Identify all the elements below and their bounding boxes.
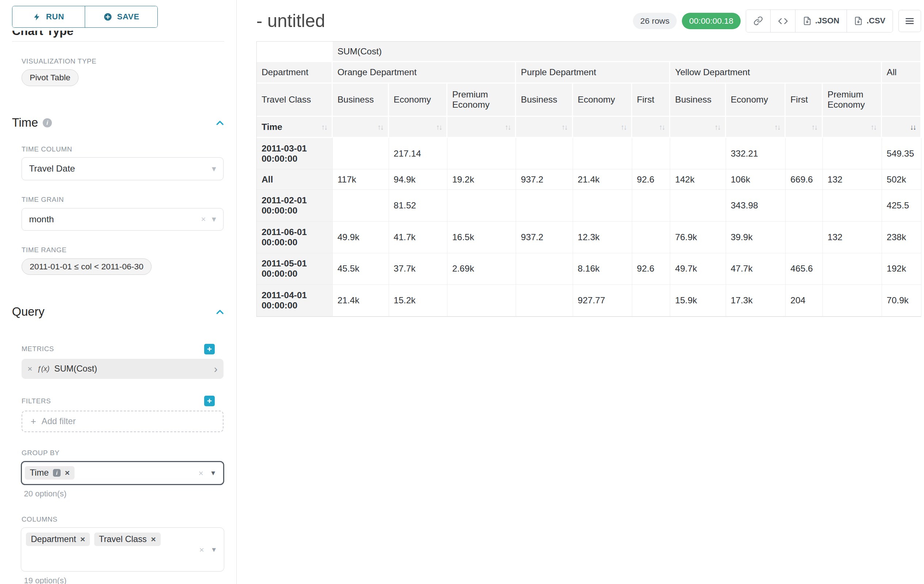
link-icon [754, 16, 763, 26]
sort-icon[interactable]: ↑↓ [436, 123, 442, 132]
columns-chip[interactable]: Department × [26, 533, 90, 546]
save-button[interactable]: SAVE [85, 6, 157, 27]
columns-chip-label: Travel Class [99, 535, 147, 544]
pivot-cell: 49.7k [670, 253, 726, 285]
copy-link-button[interactable] [746, 10, 770, 32]
group-by-chip[interactable]: Time i × [25, 466, 74, 480]
more-options-button[interactable] [898, 10, 921, 32]
time-grain-label: TIME GRAIN [21, 196, 224, 204]
pivot-cell [823, 285, 882, 316]
pivot-cell: 94.9k [389, 169, 447, 190]
row-label: 2011-06-01 00:00:00 [257, 222, 333, 253]
travel-class-header: Business [333, 84, 389, 117]
row-label: 2011-02-01 00:00:00 [257, 190, 333, 222]
run-button-label: RUN [46, 12, 64, 21]
sort-icon[interactable]: ↑↓ [811, 123, 817, 132]
sort-cell: ↑↓ [670, 117, 726, 138]
travel-class-header: First [785, 84, 822, 117]
clear-icon[interactable]: × [198, 468, 203, 478]
group-by-label: GROUP BY [21, 449, 224, 457]
time-section-header: Time i [12, 116, 224, 130]
pivot-cell: 45.5k [333, 253, 389, 285]
pivot-cell: 12.3k [573, 222, 632, 253]
sort-icon[interactable]: ↑↓ [774, 123, 780, 132]
sort-cell: ↑↓ [573, 117, 632, 138]
pivot-cell: 217.14 [389, 138, 447, 170]
embed-code-button[interactable] [770, 10, 795, 32]
row-count-badge: 26 rows [633, 13, 676, 29]
columns-select[interactable]: Department × Travel Class × × ▼ [21, 527, 224, 572]
add-metric-button[interactable]: + [204, 344, 215, 354]
visualization-type-pill[interactable]: Pivot Table [21, 69, 79, 86]
metric-chip[interactable]: × ƒ(x) SUM(Cost) › [21, 359, 223, 379]
chevron-up-icon[interactable] [216, 118, 224, 127]
export-json-button[interactable]: .JSON [795, 10, 846, 32]
pivot-cell: 21.4k [333, 285, 389, 316]
pivot-cell: 502k [882, 169, 921, 190]
travel-class-header: Premium Economy [823, 84, 882, 117]
plus-icon: + [31, 416, 36, 427]
add-filter-placeholder: Add filter [42, 416, 76, 426]
select-icons: × ▼ [198, 468, 216, 478]
travel-class-header: Economy [389, 84, 447, 117]
caret-down-icon[interactable]: ▼ [210, 469, 216, 477]
time-range-label: TIME RANGE [21, 246, 224, 254]
sort-icon[interactable]: ↑↓ [620, 123, 626, 132]
query-section-title: Query [12, 305, 45, 319]
department-axis-label: Department [257, 62, 333, 84]
sort-icon[interactable]: ↑↓ [714, 123, 720, 132]
pivot-cell: 465.6 [785, 253, 822, 285]
sort-icon[interactable]: ↑↓ [870, 123, 876, 132]
pivot-cell: 47.7k [726, 253, 786, 285]
filters-label-row: FILTERS + [21, 396, 215, 406]
add-filter-dropzone[interactable]: + Add filter [21, 411, 223, 432]
pivot-cell: 19.2k [447, 169, 516, 190]
time-grain-select[interactable]: month × ▾ [21, 208, 223, 231]
clear-icon[interactable]: × [201, 214, 206, 224]
chart-type-heading: Chart Type [12, 31, 224, 38]
sort-icon[interactable]: ↑↓ [505, 123, 511, 132]
pivot-cell: 2.69k [447, 253, 516, 285]
columns-chip[interactable]: Travel Class × [94, 533, 161, 546]
columns-label: COLUMNS [21, 515, 224, 523]
section-divider [12, 41, 224, 42]
clear-icon[interactable]: × [199, 545, 204, 554]
travel-class-header: Economy [573, 84, 632, 117]
pivot-cell: 937.2 [516, 169, 573, 190]
time-range-pill[interactable]: 2011-01-01 ≤ col < 2011-06-30 [21, 258, 152, 275]
sort-row: Time↑↓↑↓↑↓↑↓↑↓↑↓↑↓↑↓↑↓↑↓↑↓↓↓ [257, 117, 921, 138]
pivot-cell: 81.52 [389, 190, 447, 222]
pivot-cell [670, 138, 726, 170]
time-column-select[interactable]: Travel Date ▾ [21, 157, 223, 180]
remove-metric-icon[interactable]: × [27, 364, 32, 374]
info-icon: i [43, 118, 52, 127]
sort-descending-icon[interactable]: ↓↓ [910, 123, 916, 132]
select-icons: × ▼ [199, 545, 217, 554]
remove-chip-icon[interactable]: × [151, 535, 155, 543]
metric-header: SUM(Cost) [333, 42, 921, 62]
chevron-up-icon[interactable] [216, 307, 224, 316]
sort-icon[interactable]: ↑↓ [377, 123, 383, 132]
pivot-cell: 39.9k [726, 222, 786, 253]
sort-cell: ↑↓ [447, 117, 516, 138]
pivot-cell: 8.16k [573, 253, 632, 285]
save-button-label: SAVE [117, 12, 139, 21]
function-icon: ƒ(x) [37, 365, 50, 373]
pivot-cell: 106k [726, 169, 786, 190]
group-by-select[interactable]: Time i × × ▼ [21, 461, 224, 485]
travel-class-header: First [632, 84, 670, 117]
remove-chip-icon[interactable]: × [65, 469, 70, 477]
sort-icon[interactable]: ↑↓ [659, 123, 665, 132]
remove-chip-icon[interactable]: × [80, 535, 85, 543]
export-csv-button[interactable]: .CSV [846, 10, 893, 32]
add-filter-button[interactable]: + [204, 396, 215, 406]
file-download-icon [854, 16, 863, 26]
pivot-cell: 132 [823, 169, 882, 190]
pivot-data-row: 2011-06-01 00:00:0049.9k41.7k16.5k937.21… [257, 222, 921, 253]
sort-icon[interactable]: ↑↓ [561, 123, 567, 132]
caret-down-icon[interactable]: ▼ [211, 546, 217, 553]
travel-class-header: Premium Economy [447, 84, 516, 117]
sort-icon[interactable]: ↑↓ [321, 123, 327, 132]
run-button[interactable]: RUN [12, 6, 85, 27]
chevron-right-icon[interactable]: › [214, 364, 218, 374]
